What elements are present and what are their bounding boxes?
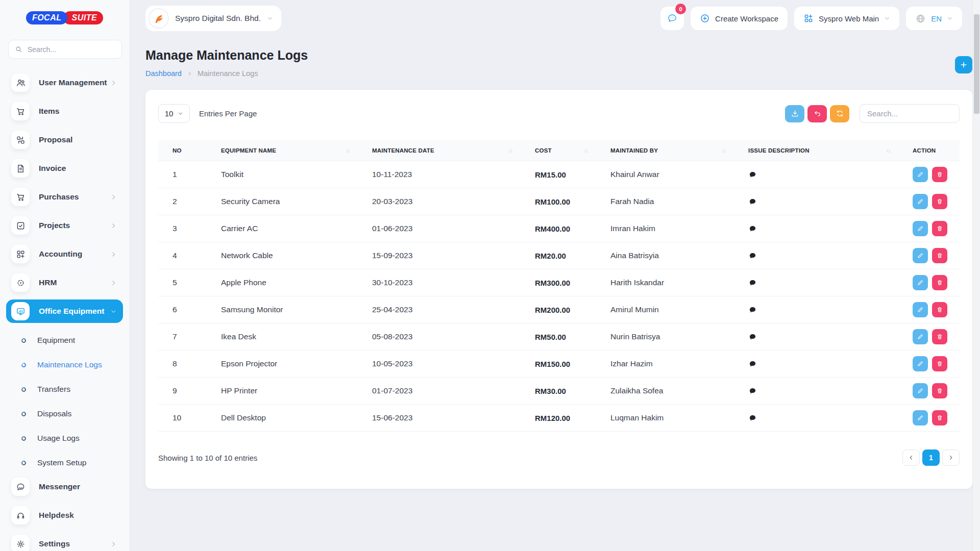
sidebar-subitem-label: Transfers <box>37 385 70 394</box>
workspace-selector[interactable]: Syspro Digital Sdn. Bhd. <box>145 6 281 31</box>
trash-icon <box>936 414 943 421</box>
issue-description-comment-icon[interactable] <box>734 252 898 260</box>
issue-description-comment-icon[interactable] <box>734 279 898 287</box>
edit-button[interactable] <box>913 383 928 398</box>
sort-icon: ↑↓ <box>722 148 726 154</box>
delete-button[interactable] <box>932 275 947 290</box>
edit-button[interactable] <box>913 194 928 209</box>
issue-description-comment-icon[interactable] <box>734 306 898 314</box>
cell-maintained-by: Izhar Hazim <box>596 359 734 368</box>
row-actions <box>898 410 960 425</box>
sidebar-subitem-label: Maintenance Logs <box>37 360 102 369</box>
sidebar-subitem-equipment[interactable]: Equipment <box>0 328 129 353</box>
edit-button[interactable] <box>913 221 928 236</box>
app-switcher[interactable]: Syspro Web Main <box>794 7 899 30</box>
entries-per-page-select[interactable]: 10 <box>158 104 190 123</box>
delete-button[interactable] <box>932 329 947 344</box>
sidebar-item-helpdesk[interactable]: Helpdesk <box>6 504 123 527</box>
cell-equipment-name: Apple Phone <box>207 278 358 287</box>
issue-description-comment-icon[interactable] <box>734 414 898 422</box>
column-header-issue-description[interactable]: ISSUE DESCRIPTION↑↓ <box>734 147 898 154</box>
sidebar-subitem-transfers[interactable]: Transfers <box>0 377 129 402</box>
issue-description-comment-icon[interactable] <box>734 387 898 395</box>
undo-button[interactable] <box>807 105 827 122</box>
sidebar-item-projects[interactable]: Projects <box>6 214 123 237</box>
sidebar-subitem-disposals[interactable]: Disposals <box>0 402 129 426</box>
issue-description-comment-icon[interactable] <box>734 360 898 368</box>
edit-button[interactable] <box>913 329 928 344</box>
sidebar-item-messenger[interactable]: Messenger <box>6 475 123 498</box>
row-actions <box>898 221 960 236</box>
sidebar-item-settings[interactable]: Settings <box>6 532 123 551</box>
sidebar-item-user-management[interactable]: User Management <box>6 71 123 94</box>
delete-button[interactable] <box>932 194 947 209</box>
trash-icon <box>936 198 943 205</box>
cell-no: 1 <box>158 170 207 179</box>
pagination-next-button[interactable] <box>942 449 960 466</box>
sidebar-subitem-system-setup[interactable]: System Setup <box>0 450 129 475</box>
sidebar-item-proposal[interactable]: Proposal <box>6 128 123 152</box>
sidebar-subitem-usage-logs[interactable]: Usage Logs <box>0 426 129 450</box>
column-header-cost[interactable]: COST↑↓ <box>521 147 596 154</box>
edit-button[interactable] <box>913 302 928 317</box>
search-icon <box>15 45 22 53</box>
pencil-icon <box>917 360 924 367</box>
add-maintenance-log-button[interactable] <box>955 56 972 73</box>
cell-equipment-name: Security Camera <box>207 197 358 206</box>
delete-button[interactable] <box>932 248 947 263</box>
create-workspace-button[interactable]: Create Workspace <box>691 7 788 30</box>
delete-button[interactable] <box>932 410 947 425</box>
column-header-maintained-by[interactable]: MAINTAINED BY↑↓ <box>596 147 734 154</box>
window-scrollbar[interactable] <box>972 0 980 551</box>
language-selector[interactable]: EN <box>906 7 962 30</box>
cell-maintained-by: Amirul Mumin <box>596 305 734 314</box>
export-button[interactable] <box>785 105 804 122</box>
sidebar-item-accounting[interactable]: Accounting <box>6 242 123 266</box>
users-icon <box>11 73 30 92</box>
breadcrumb-dashboard-link[interactable]: Dashboard <box>145 69 182 78</box>
cell-equipment-name: Epson Projector <box>207 359 358 368</box>
globe-icon <box>915 13 926 24</box>
scrollbar-thumb[interactable] <box>974 14 979 114</box>
edit-button[interactable] <box>913 167 928 182</box>
edit-button[interactable] <box>913 356 928 371</box>
edit-button[interactable] <box>913 275 928 290</box>
delete-button[interactable] <box>932 221 947 236</box>
issue-description-comment-icon[interactable] <box>734 197 898 206</box>
table-search-input[interactable] <box>860 104 960 123</box>
delete-button[interactable] <box>932 383 947 398</box>
delete-button[interactable] <box>932 167 947 182</box>
row-actions <box>898 275 960 290</box>
pagination-page-1-button[interactable]: 1 <box>922 449 940 466</box>
monitor-icon <box>11 302 30 320</box>
cell-no: 8 <box>158 359 207 368</box>
sidebar-search-input[interactable] <box>27 45 115 54</box>
sidebar-subitem-maintenance-logs[interactable]: Maintenance Logs <box>0 353 129 377</box>
column-header-equipment-name[interactable]: EQUIPMENT NAME↑↓ <box>207 147 358 154</box>
sidebar-item-purchases[interactable]: Purchases <box>6 185 123 209</box>
delete-button[interactable] <box>932 356 947 371</box>
refresh-button[interactable] <box>830 105 849 122</box>
column-header-maintenance-date[interactable]: MAINTENANCE DATE↑↓ <box>358 147 521 154</box>
sidebar-item-hrm[interactable]: HRM <box>6 271 123 294</box>
pagination-prev-button[interactable] <box>902 449 920 466</box>
sidebar-item-items[interactable]: Items <box>6 99 123 123</box>
issue-description-comment-icon[interactable] <box>734 333 898 341</box>
header-actions: 0 Create Workspace Syspro Web Main <box>660 7 972 30</box>
delete-button[interactable] <box>932 302 947 317</box>
issue-description-comment-icon[interactable] <box>734 170 898 179</box>
sidebar-search[interactable] <box>8 40 122 59</box>
breadcrumb: Dashboard Maintenance Logs <box>145 69 308 78</box>
cell-maintained-by: Harith Iskandar <box>596 278 734 287</box>
cell-cost: RM50.00 <box>521 333 596 341</box>
sidebar-item-invoice[interactable]: Invoice <box>6 157 123 180</box>
cell-no: 2 <box>158 197 207 206</box>
edit-button[interactable] <box>913 410 928 425</box>
issue-description-comment-icon[interactable] <box>734 224 898 233</box>
sidebar-subitem-label: Disposals <box>37 409 71 418</box>
sidebar-item-office-equipment[interactable]: Office Equipment <box>6 299 123 323</box>
row-actions <box>898 248 960 263</box>
cell-no: 10 <box>158 413 207 422</box>
edit-button[interactable] <box>913 248 928 263</box>
messages-button[interactable]: 0 <box>660 7 684 30</box>
